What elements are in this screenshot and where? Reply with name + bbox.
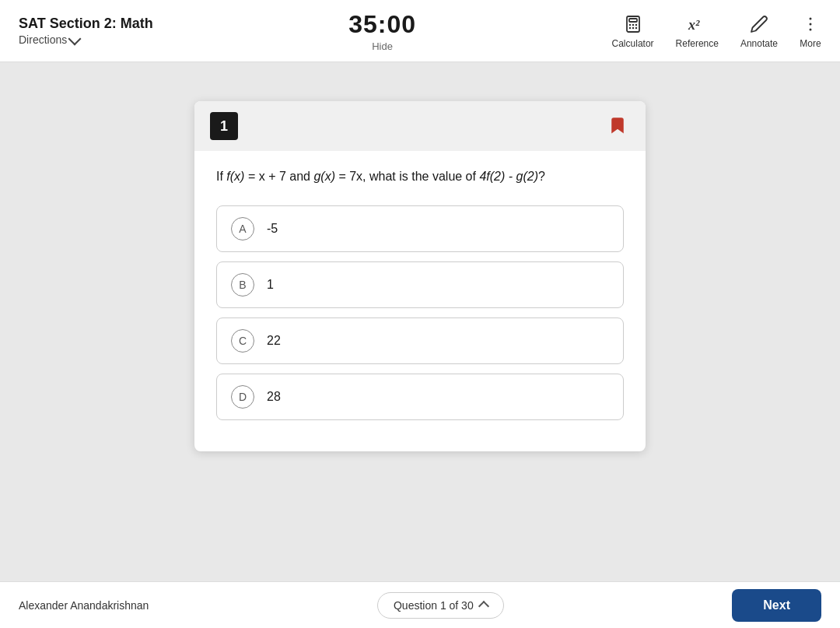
option-b-circle: B — [231, 273, 254, 296]
app-title: SAT Section 2: Math — [19, 16, 153, 32]
chevron-down-icon — [68, 32, 82, 45]
main-content: 1 If f(x) = x + 7 and g(x) = 7x, what is… — [0, 62, 840, 581]
option-b-value: 1 — [267, 278, 274, 292]
student-name: Alexander Anandakrishnan — [19, 599, 149, 612]
svg-point-10 — [809, 23, 811, 25]
question-text: If f(x) = x + 7 and g(x) = 7x, what is t… — [216, 167, 624, 187]
annotate-icon — [748, 13, 770, 35]
calculator-label: Calculator — [612, 38, 654, 49]
question-nav-button[interactable]: Question 1 of 30 — [377, 592, 504, 619]
app-header: SAT Section 2: Math Directions 35:00 Hid… — [0, 0, 840, 62]
svg-point-11 — [809, 28, 811, 30]
combined-expression: 4f(2) - g(2) — [479, 170, 538, 183]
option-c[interactable]: C 22 — [216, 318, 624, 364]
more-icon — [800, 13, 821, 35]
svg-point-9 — [809, 17, 811, 19]
option-a-value: -5 — [267, 222, 278, 236]
option-d-value: 28 — [267, 390, 281, 404]
option-a-circle: A — [231, 217, 254, 240]
question-nav-label: Question 1 of 30 — [394, 599, 474, 612]
option-d[interactable]: D 28 — [216, 374, 624, 420]
annotate-label: Annotate — [740, 38, 778, 49]
option-d-circle: D — [231, 385, 254, 409]
footer: Alexander Anandakrishnan Question 1 of 3… — [0, 581, 840, 628]
next-button[interactable]: Next — [732, 589, 821, 622]
more-label: More — [800, 38, 821, 49]
header-left: SAT Section 2: Math Directions — [19, 16, 153, 46]
gx-expression: g(x) — [313, 170, 335, 183]
option-b[interactable]: B 1 — [216, 261, 624, 308]
svg-text:x²: x² — [688, 17, 700, 33]
hide-label: Hide — [372, 40, 393, 52]
reference-button[interactable]: x² Reference — [676, 13, 719, 49]
question-body: If f(x) = x + 7 and g(x) = 7x, what is t… — [194, 151, 646, 451]
directions-label: Directions — [19, 33, 67, 46]
option-a[interactable]: A -5 — [216, 205, 624, 252]
bookmark-button[interactable] — [605, 113, 630, 140]
question-number-badge: 1 — [210, 112, 238, 140]
svg-rect-1 — [629, 19, 637, 22]
timer-section: 35:00 Hide — [348, 10, 416, 52]
option-c-circle: C — [231, 329, 254, 353]
question-header: 1 — [194, 101, 646, 151]
timer-display: 35:00 — [348, 10, 416, 39]
more-button[interactable]: More — [800, 13, 821, 49]
question-card: 1 If f(x) = x + 7 and g(x) = 7x, what is… — [194, 101, 646, 451]
annotate-button[interactable]: Annotate — [740, 13, 778, 49]
calculator-icon — [622, 13, 644, 35]
reference-icon: x² — [686, 13, 708, 35]
toolbar: Calculator x² Reference Annotate — [612, 13, 821, 49]
reference-label: Reference — [676, 38, 719, 49]
directions-button[interactable]: Directions — [19, 33, 153, 46]
chevron-up-icon — [478, 600, 489, 611]
fx-expression: f(x) — [226, 170, 244, 183]
option-c-value: 22 — [267, 334, 281, 348]
calculator-button[interactable]: Calculator — [612, 13, 654, 49]
